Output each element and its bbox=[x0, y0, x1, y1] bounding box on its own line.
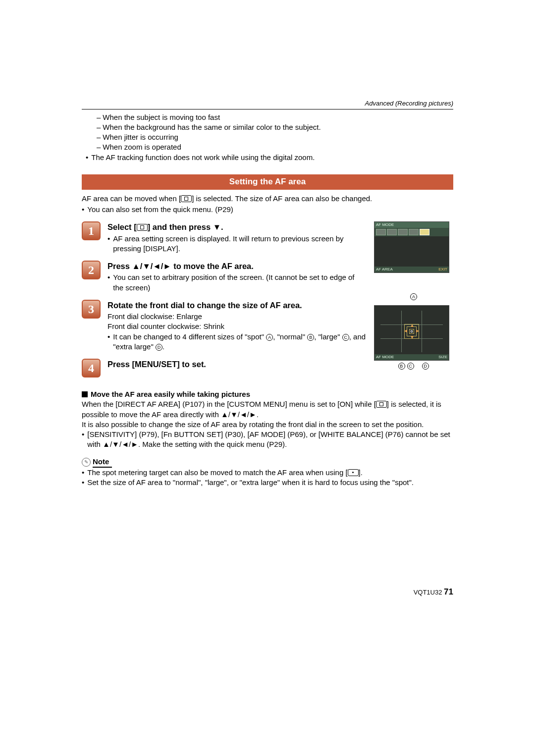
breadcrumb: Advanced (Recording pictures) bbox=[82, 99, 453, 109]
af-target-icon: ▲ ▼ ◄ ► bbox=[404, 324, 419, 339]
step-4: 4 Press [MENU/SET] to set. bbox=[82, 359, 366, 378]
sub-heading: Move the AF area easily while taking pic… bbox=[82, 389, 453, 399]
note-icon: ✎ bbox=[82, 458, 91, 467]
step-number-icon: 4 bbox=[82, 359, 101, 378]
step-number-icon: 1 bbox=[82, 221, 101, 240]
spot-metering-icon bbox=[348, 469, 359, 476]
dash-item: When jitter is occurring bbox=[103, 132, 178, 142]
note-bullet: •Set the size of AF area to "normal", "l… bbox=[82, 478, 453, 487]
pre-dash-list: –When the subject is moving too fast –Wh… bbox=[82, 112, 453, 153]
step-number-icon: 3 bbox=[82, 300, 101, 319]
tab-selected-icon bbox=[420, 229, 429, 235]
lcd-af-area: ▲ ▼ ◄ ► AF MODE SIZE bbox=[374, 305, 449, 361]
screen-illustrations: AF MODE AF AREA EXIT A ▲ ▼ ◄ ► bbox=[374, 221, 453, 370]
pre-bullet: •The AF tracking function does not work … bbox=[82, 153, 453, 162]
af-single-icon bbox=[376, 401, 387, 408]
callout-a: A bbox=[374, 293, 453, 300]
arrow-left-icon: ◄ bbox=[403, 328, 408, 333]
square-bullet-icon bbox=[82, 391, 88, 397]
manual-page: Advanced (Recording pictures) –When the … bbox=[82, 99, 453, 598]
arrow-down-icon: ▼ bbox=[410, 335, 415, 340]
bullet: •[SENSITIVITY] (P79), [Fn BUTTON SET] (P… bbox=[82, 430, 453, 450]
step-1: 1 Select [] and then press ▼. •AF area s… bbox=[82, 221, 366, 254]
af-single-icon bbox=[181, 195, 192, 202]
page-footer: VQT1U32 71 bbox=[82, 587, 453, 598]
note-heading: ✎ Note bbox=[82, 457, 453, 468]
section-intro: AF area can be moved when [] is selected… bbox=[82, 194, 453, 215]
dash-item: When the subject is moving too fast bbox=[103, 112, 220, 122]
note-bullet: • The spot metering target can also be m… bbox=[82, 468, 453, 478]
step-number-icon: 2 bbox=[82, 261, 101, 279]
arrow-right-icon: ► bbox=[415, 328, 420, 333]
arrow-up-icon: ▲ bbox=[410, 323, 415, 328]
dash-item: When the background has the same or simi… bbox=[103, 122, 321, 132]
paragraph: When the [DIRECT AF AREA] (P107) in the … bbox=[82, 399, 453, 420]
dash-item: When zoom is operated bbox=[103, 142, 181, 152]
section-title: Setting the AF area bbox=[82, 174, 453, 190]
af-single-icon bbox=[137, 224, 148, 231]
step-3: 3 Rotate the front dial to change the si… bbox=[82, 300, 366, 352]
lcd-af-mode: AF MODE AF AREA EXIT bbox=[374, 221, 449, 273]
step-2: 2 Press ▲/▼/◄/► to move the AF area. •Yo… bbox=[82, 261, 366, 293]
callouts-bcd: B C D bbox=[374, 362, 453, 370]
paragraph: It is also possible to change the size o… bbox=[82, 420, 453, 430]
